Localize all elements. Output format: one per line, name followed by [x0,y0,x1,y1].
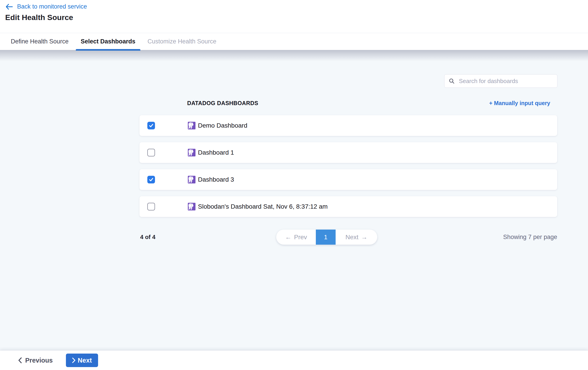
wizard-footer: Previous Next [0,350,588,370]
back-link-label: Back to monitored service [17,3,87,10]
previous-button[interactable]: Previous [18,357,53,364]
tab-customize-health-source[interactable]: Customize Health Source [143,33,221,50]
pager-prev-label: Prev [294,234,307,241]
page-header: Back to monitored service Edit Health So… [0,0,588,33]
dashboard-row-label: Demo Dashboard [198,122,247,129]
back-to-monitored-service-link[interactable]: Back to monitored service [5,3,87,10]
dashboard-row-label: Slobodan's Dashboard Sat, Nov 6, 8:37:12… [198,203,328,210]
search-input[interactable] [444,74,557,88]
previous-button-label: Previous [25,357,53,364]
health-source-tabs: Define Health Source Select Dashboards C… [0,33,588,50]
dashboard-list: Demo Dashboard Dashboard 1 [139,115,557,223]
checkmark-icon [148,177,154,182]
dashboard-checkbox[interactable] [147,122,155,130]
dashboard-row[interactable]: Demo Dashboard [139,115,557,136]
datadog-icon [188,122,196,130]
per-page-label: Showing 7 per page [503,234,557,240]
column-header-datadog-dashboards: DATADOG DASHBOARDS [187,100,258,107]
dashboard-row-label: Dashboard 3 [198,176,234,183]
tab-define-health-source[interactable]: Define Health Source [6,33,74,50]
next-button-label: Next [78,357,92,364]
checkmark-icon [148,123,154,128]
dashboard-row[interactable]: Dashboard 3 [139,169,557,190]
next-button[interactable]: Next [66,354,98,367]
left-arrow-icon: ← [285,234,291,241]
pagination: 4 of 4 ← Prev 1 Next → Showing 7 per pag… [139,229,557,245]
dashboard-row[interactable]: Dashboard 1 [139,142,557,163]
dashboard-search [444,74,557,88]
dashboard-row[interactable]: Slobodan's Dashboard Sat, Nov 6, 8:37:12… [139,196,557,217]
result-count: 4 of 4 [140,234,156,240]
dashboard-checkbox[interactable] [147,203,155,210]
select-dashboards-panel: DATADOG DASHBOARDS + Manually input quer… [0,50,588,350]
chevron-left-icon [18,357,22,363]
pager-next-button[interactable]: Next → [336,229,377,245]
pager-prev-button[interactable]: ← Prev [276,229,316,245]
tab-select-dashboards[interactable]: Select Dashboards [76,33,140,50]
pager-next-label: Next [346,234,358,241]
pager-page-1[interactable]: 1 [316,229,336,245]
datadog-icon [188,149,196,156]
page-title: Edit Health Source [5,13,73,22]
back-arrow-icon [5,4,13,10]
pager: ← Prev 1 Next → [276,229,377,245]
dashboard-checkbox[interactable] [147,176,155,184]
list-toolbar: DATADOG DASHBOARDS + Manually input quer… [139,100,557,107]
chevron-right-icon [72,357,76,363]
dashboard-row-label: Dashboard 1 [198,149,234,156]
datadog-icon [188,203,196,210]
manually-input-query-link[interactable]: + Manually input query [489,100,550,107]
dashboard-checkbox[interactable] [147,149,155,156]
search-icon [449,78,455,84]
right-arrow-icon: → [361,234,367,241]
datadog-icon [188,176,196,184]
